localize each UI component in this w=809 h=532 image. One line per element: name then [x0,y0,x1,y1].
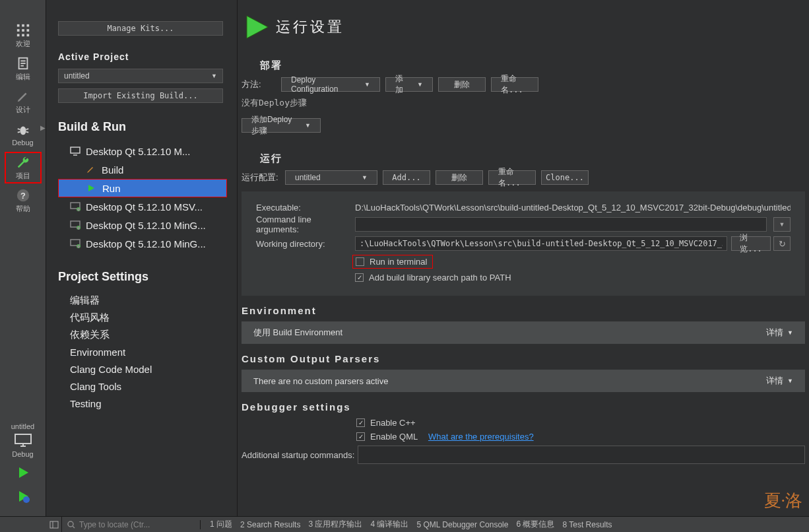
run-debug-button[interactable] [15,488,31,504]
watermark: 夏·洛 [764,489,803,512]
mode-help[interactable]: ? 帮助 [5,185,42,216]
svg-rect-3 [16,29,19,32]
chevron-down-icon: ▼ [787,378,793,384]
mode-debug[interactable]: Debug ▶ [5,119,42,150]
enable-cpp-checkbox[interactable] [356,418,365,427]
output-tab-tests[interactable]: 8 Test Results [562,520,612,529]
mode-design[interactable]: 设计 [5,86,42,117]
enable-qml-label: Enable QML [370,432,418,442]
startup-commands-label: Additional startup commands: [242,450,358,460]
deploy-add-button[interactable]: 添加▼ [385,77,433,92]
output-tab-qml[interactable]: 5 QML Debugger Console [416,520,508,529]
run-in-terminal-label: Run in terminal [370,257,427,267]
project-combo[interactable]: untitled ▼ [58,69,223,83]
kit-build-row[interactable]: Build [58,160,230,179]
ps-testing[interactable]: Testing [58,395,230,412]
mode-welcome[interactable]: 欢迎 [5,20,42,51]
chevron-down-icon: ▼ [779,221,785,228]
run-delete-button[interactable]: 删除 [436,170,483,185]
mode-edit[interactable]: 编辑 [5,53,42,84]
startup-commands-input[interactable] [358,446,805,464]
enable-qml-checkbox[interactable] [356,432,365,441]
output-tab-issues[interactable]: 1 问题 [210,519,232,530]
svg-point-37 [68,521,73,527]
add-path-row[interactable]: Add build library search path to PATH [355,273,791,283]
sidebar-toggle-button[interactable] [46,517,62,533]
run-in-terminal-checkbox[interactable] [356,257,364,266]
reset-icon: ↻ [779,239,786,249]
enable-cpp-row[interactable]: Enable C++ [356,418,809,428]
deploy-delete-button[interactable]: 删除 [438,77,486,92]
kit-inactive[interactable]: + Desktop Qt 5.12.10 MSV... [58,197,230,216]
args-input[interactable] [355,217,767,232]
build-label: Build [102,164,123,176]
svg-point-23 [23,496,30,503]
run-button[interactable] [15,465,31,481]
deploy-config-combo[interactable]: Deploy Configuration▼ [281,77,380,92]
run-heading: 运行 [260,152,809,165]
add-deploy-step-button[interactable]: 添加Deploy步骤▼ [242,118,321,133]
monitor-plus-icon: + [70,220,81,230]
svg-rect-1 [22,24,24,26]
ps-editor[interactable]: 编辑器 [58,292,230,309]
wd-input[interactable] [355,236,727,251]
svg-line-16 [17,132,20,133]
svg-text:+: + [78,244,80,248]
mode-label: Debug [12,139,33,147]
build-run-heading: Build & Run [58,120,230,134]
kit-selector-config: Debug [12,450,33,458]
output-tabs: 1 问题 2 Search Results 3 应用程序输出 4 编译输出 5 … [201,519,612,530]
ps-clang-tools[interactable]: Clang Tools [58,378,230,395]
output-tab-compile[interactable]: 4 编译输出 [370,519,408,530]
env-details-button[interactable]: 详情▼ [766,327,793,339]
cop-details-button[interactable]: 详情▼ [766,375,793,387]
kit-inactive[interactable]: + Desktop Qt 5.12.10 MinG... [58,216,230,234]
mode-projects[interactable]: 项目 [5,152,42,183]
ps-clang-code-model[interactable]: Clang Code Model [58,360,230,378]
locator-placeholder: Type to locate (Ctr... [79,520,150,529]
manage-kits-button[interactable]: Manage Kits... [58,21,223,36]
mode-label: 设计 [16,105,30,115]
run-settings-panel: 运行设置 部署 方法: Deploy Configuration▼ 添加▼ 删除… [238,0,809,532]
ps-codestyle[interactable]: 代码风格 [58,309,230,326]
qml-prereq-link[interactable]: What are the prerequisites? [428,432,534,442]
kit-run-row[interactable]: Run [58,179,227,197]
run-clone-button[interactable]: Clone... [541,170,589,185]
locator-input[interactable]: Type to locate (Ctr... [62,520,201,529]
svg-rect-20 [15,434,31,444]
import-build-button[interactable]: Import Existing Build... [58,88,223,103]
svg-rect-8 [26,34,29,36]
output-tab-general[interactable]: 6 概要信息 [516,519,554,530]
kit-inactive[interactable]: + Desktop Qt 5.12.10 MinG... [58,234,230,253]
output-tab-search[interactable]: 2 Search Results [240,520,300,529]
run-icon-large [242,12,272,42]
add-path-checkbox[interactable] [355,273,364,282]
wd-reset-button[interactable]: ↻ [773,236,791,251]
chevron-down-icon: ▼ [211,73,217,79]
add-path-label: Add build library search path to PATH [369,273,511,283]
enable-qml-row[interactable]: Enable QML What are the prerequisites? [356,432,809,442]
mode-label: 帮助 [16,204,30,214]
run-rename-button[interactable]: 重命名... [488,170,536,185]
args-expand-button[interactable]: ▼ [773,217,791,232]
run-add-button[interactable]: Add... [383,170,430,185]
document-icon [16,56,30,71]
wd-browse-button[interactable]: 浏览... [731,236,771,251]
environment-text: 使用 Build Environment [253,327,342,339]
run-in-terminal-row[interactable]: Run in terminal [352,255,433,269]
run-config-label: 运行配置: [242,172,285,183]
project-sidebar: Manage Kits... Active Project untitled ▼… [46,0,238,532]
monitor-plus-icon: + [70,238,81,249]
svg-line-38 [73,526,75,528]
run-config-combo[interactable]: untitled▼ [285,170,377,185]
ps-dependencies[interactable]: 依赖关系 [58,326,230,343]
ps-environment[interactable]: Environment [58,343,230,360]
monitor-icon[interactable] [14,433,32,448]
deploy-rename-button[interactable]: 重命名... [491,77,538,92]
svg-text:+: + [78,207,80,211]
kit-active[interactable]: Desktop Qt 5.12.10 M... [58,142,230,160]
svg-point-13 [20,127,26,135]
svg-rect-4 [22,29,24,32]
cop-text: There are no custom parsers active [253,376,388,386]
output-tab-app[interactable]: 3 应用程序输出 [308,519,362,530]
